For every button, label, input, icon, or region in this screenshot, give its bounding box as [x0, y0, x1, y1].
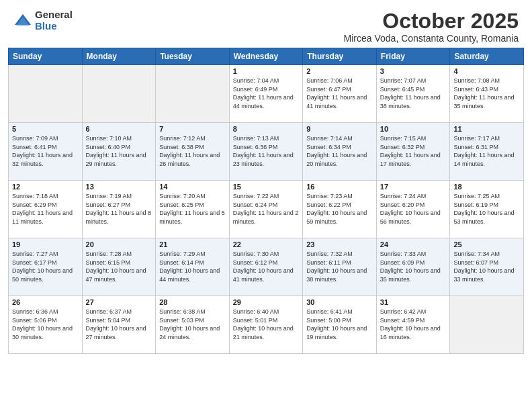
month-title: October 2025 [344, 9, 519, 33]
day-number: 30 [306, 298, 373, 306]
day-info: Sunrise: 7:23 AM Sunset: 6:22 PM Dayligh… [306, 192, 373, 226]
day-number: 16 [306, 183, 373, 191]
calendar-cell [9, 65, 83, 123]
calendar-cell: 26Sunrise: 6:36 AM Sunset: 5:06 PM Dayli… [9, 296, 83, 354]
day-info: Sunrise: 6:40 AM Sunset: 5:01 PM Dayligh… [233, 308, 300, 341]
week-row-0: 1Sunrise: 7:04 AM Sunset: 6:49 PM Daylig… [9, 65, 524, 123]
week-row-4: 26Sunrise: 6:36 AM Sunset: 5:06 PM Dayli… [9, 296, 524, 354]
calendar-cell: 10Sunrise: 7:15 AM Sunset: 6:32 PM Dayli… [376, 123, 450, 181]
calendar-cell: 25Sunrise: 7:34 AM Sunset: 6:07 PM Dayli… [450, 238, 524, 296]
day-number: 19 [12, 240, 79, 248]
day-info: Sunrise: 7:14 AM Sunset: 6:34 PM Dayligh… [306, 134, 373, 168]
day-info: Sunrise: 7:12 AM Sunset: 6:38 PM Dayligh… [159, 134, 226, 168]
calendar-cell: 21Sunrise: 7:29 AM Sunset: 6:14 PM Dayli… [156, 238, 230, 296]
day-number: 14 [159, 183, 226, 191]
location: Mircea Voda, Constanta County, Romania [344, 33, 519, 44]
day-number: 21 [159, 240, 226, 248]
day-info: Sunrise: 7:32 AM Sunset: 6:11 PM Dayligh… [306, 250, 373, 283]
calendar-cell: 14Sunrise: 7:20 AM Sunset: 6:25 PM Dayli… [156, 181, 230, 238]
calendar-cell: 23Sunrise: 7:32 AM Sunset: 6:11 PM Dayli… [303, 238, 377, 296]
page: General Blue October 2025 Mircea Voda, C… [0, 0, 532, 411]
day-info: Sunrise: 6:41 AM Sunset: 5:00 PM Dayligh… [306, 308, 373, 341]
day-number: 12 [12, 183, 79, 191]
logo-blue-label: Blue [35, 21, 73, 32]
day-info: Sunrise: 6:36 AM Sunset: 5:06 PM Dayligh… [12, 308, 79, 341]
logo-general-label: General [35, 9, 73, 21]
calendar-cell: 11Sunrise: 7:17 AM Sunset: 6:31 PM Dayli… [450, 123, 524, 181]
day-number: 10 [380, 125, 447, 133]
calendar-table: SundayMondayTuesdayWednesdayThursdayFrid… [8, 48, 524, 354]
day-info: Sunrise: 6:38 AM Sunset: 5:03 PM Dayligh… [159, 308, 226, 341]
day-number: 17 [380, 183, 447, 191]
day-info: Sunrise: 7:13 AM Sunset: 6:36 PM Dayligh… [233, 134, 300, 168]
day-info: Sunrise: 7:09 AM Sunset: 6:41 PM Dayligh… [12, 134, 79, 168]
day-info: Sunrise: 7:18 AM Sunset: 6:29 PM Dayligh… [12, 192, 79, 226]
day-info: Sunrise: 7:22 AM Sunset: 6:24 PM Dayligh… [233, 192, 300, 226]
calendar-cell: 22Sunrise: 7:30 AM Sunset: 6:12 PM Dayli… [229, 238, 303, 296]
day-info: Sunrise: 7:34 AM Sunset: 6:07 PM Dayligh… [453, 250, 520, 283]
calendar-cell: 12Sunrise: 7:18 AM Sunset: 6:29 PM Dayli… [9, 181, 83, 238]
week-row-1: 5Sunrise: 7:09 AM Sunset: 6:41 PM Daylig… [9, 123, 524, 181]
day-number: 8 [233, 125, 300, 133]
calendar-cell: 24Sunrise: 7:33 AM Sunset: 6:09 PM Dayli… [376, 238, 450, 296]
day-info: Sunrise: 7:24 AM Sunset: 6:20 PM Dayligh… [380, 192, 447, 226]
day-info: Sunrise: 7:07 AM Sunset: 6:45 PM Dayligh… [380, 77, 447, 110]
day-header-wednesday: Wednesday [229, 48, 303, 65]
calendar-cell: 28Sunrise: 6:38 AM Sunset: 5:03 PM Dayli… [156, 296, 230, 354]
calendar-cell: 30Sunrise: 6:41 AM Sunset: 5:00 PM Dayli… [303, 296, 377, 354]
day-number: 26 [12, 298, 79, 306]
header: General Blue October 2025 Mircea Voda, C… [0, 0, 532, 48]
calendar-cell: 13Sunrise: 7:19 AM Sunset: 6:27 PM Dayli… [82, 181, 156, 238]
day-number: 27 [86, 298, 152, 306]
day-header-saturday: Saturday [450, 48, 524, 65]
calendar-cell: 20Sunrise: 7:28 AM Sunset: 6:15 PM Dayli… [82, 238, 156, 296]
day-number: 3 [380, 67, 447, 75]
day-number: 9 [306, 125, 373, 133]
day-number: 15 [233, 183, 300, 191]
week-row-2: 12Sunrise: 7:18 AM Sunset: 6:29 PM Dayli… [9, 181, 524, 238]
calendar-cell: 19Sunrise: 7:27 AM Sunset: 6:17 PM Dayli… [9, 238, 83, 296]
day-number: 4 [453, 67, 520, 75]
calendar-cell: 2Sunrise: 7:06 AM Sunset: 6:47 PM Daylig… [303, 65, 377, 123]
day-info: Sunrise: 7:10 AM Sunset: 6:40 PM Dayligh… [86, 134, 152, 168]
calendar-cell: 27Sunrise: 6:37 AM Sunset: 5:04 PM Dayli… [82, 296, 156, 354]
day-info: Sunrise: 7:33 AM Sunset: 6:09 PM Dayligh… [380, 250, 447, 283]
calendar-cell [82, 65, 156, 123]
header-right: October 2025 Mircea Voda, Constanta Coun… [344, 9, 519, 44]
calendar-cell: 18Sunrise: 7:25 AM Sunset: 6:19 PM Dayli… [450, 181, 524, 238]
calendar-cell: 31Sunrise: 6:42 AM Sunset: 4:59 PM Dayli… [376, 296, 450, 354]
day-header-sunday: Sunday [9, 48, 83, 65]
day-number: 13 [86, 183, 152, 191]
day-number: 1 [233, 67, 300, 75]
day-number: 5 [12, 125, 79, 133]
day-info: Sunrise: 7:20 AM Sunset: 6:25 PM Dayligh… [159, 192, 226, 226]
day-number: 31 [380, 298, 447, 306]
day-number: 23 [306, 240, 373, 248]
calendar-cell: 8Sunrise: 7:13 AM Sunset: 6:36 PM Daylig… [229, 123, 303, 181]
logo: General Blue [13, 9, 73, 32]
calendar-cell [156, 65, 230, 123]
day-info: Sunrise: 7:06 AM Sunset: 6:47 PM Dayligh… [306, 77, 373, 110]
day-number: 2 [306, 67, 373, 75]
calendar-cell: 9Sunrise: 7:14 AM Sunset: 6:34 PM Daylig… [303, 123, 377, 181]
day-info: Sunrise: 7:15 AM Sunset: 6:32 PM Dayligh… [380, 134, 447, 168]
day-number: 29 [233, 298, 300, 306]
calendar-cell [450, 296, 524, 354]
week-row-3: 19Sunrise: 7:27 AM Sunset: 6:17 PM Dayli… [9, 238, 524, 296]
day-info: Sunrise: 7:04 AM Sunset: 6:49 PM Dayligh… [233, 77, 300, 110]
calendar-cell: 1Sunrise: 7:04 AM Sunset: 6:49 PM Daylig… [229, 65, 303, 123]
calendar-cell: 3Sunrise: 7:07 AM Sunset: 6:45 PM Daylig… [376, 65, 450, 123]
day-info: Sunrise: 6:42 AM Sunset: 4:59 PM Dayligh… [380, 308, 447, 341]
day-header-thursday: Thursday [303, 48, 377, 65]
day-number: 25 [453, 240, 520, 248]
calendar-cell: 6Sunrise: 7:10 AM Sunset: 6:40 PM Daylig… [82, 123, 156, 181]
day-info: Sunrise: 7:29 AM Sunset: 6:14 PM Dayligh… [159, 250, 226, 283]
day-header-friday: Friday [376, 48, 450, 65]
day-info: Sunrise: 6:37 AM Sunset: 5:04 PM Dayligh… [86, 308, 152, 341]
day-number: 20 [86, 240, 152, 248]
day-number: 22 [233, 240, 300, 248]
calendar-cell: 4Sunrise: 7:08 AM Sunset: 6:43 PM Daylig… [450, 65, 524, 123]
logo-icon [13, 11, 32, 30]
day-number: 28 [159, 298, 226, 306]
day-info: Sunrise: 7:27 AM Sunset: 6:17 PM Dayligh… [12, 250, 79, 283]
